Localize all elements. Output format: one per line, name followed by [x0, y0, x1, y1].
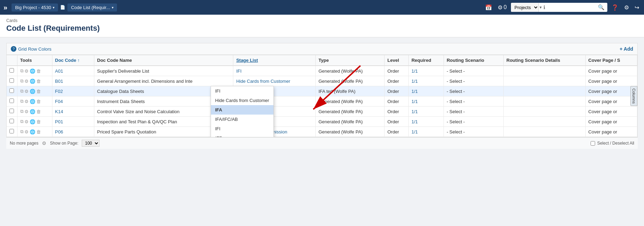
settings-icon[interactable]: ⚙ [24, 109, 29, 114]
dropdown-item-ifi[interactable]: IFI [211, 86, 273, 96]
col-required: Required [409, 55, 444, 66]
settings-icon[interactable]: ⚙ [24, 119, 29, 124]
copy-icon[interactable]: ⧉ [20, 88, 23, 94]
row-routing-scenario[interactable]: - Select - [444, 96, 503, 107]
settings-icon[interactable]: ⚙ [24, 79, 29, 84]
row-checkbox[interactable] [9, 99, 14, 103]
row-type: Generated (Wolfe PA) [315, 127, 384, 137]
row-type: Generated (Wolfe PA) [315, 117, 384, 127]
logout-icon-btn[interactable]: ↪ [633, 3, 641, 12]
stage-list-dropdown[interactable]: IFI Hide Cards from Customer IFA IFA/IFC… [211, 86, 274, 137]
add-button[interactable]: + Add [620, 46, 633, 52]
settings-count-btn[interactable]: ⚙ 0 [496, 3, 508, 12]
row-level: Order [385, 107, 409, 117]
search-input[interactable] [546, 3, 595, 12]
row-routing-scenario[interactable]: - Select - [444, 127, 503, 137]
row-checkbox[interactable] [9, 78, 14, 83]
copy-icon[interactable]: ⧉ [20, 129, 23, 134]
globe-icon[interactable]: 🌐 [30, 129, 35, 134]
table-row: ⧉ ⚙ 🌐 🗑 F02 Catalogue Data Sheets IFA IF… [7, 86, 637, 96]
row-routing-scenario-details [504, 66, 586, 76]
col-stagelist[interactable]: Stage List [233, 55, 316, 66]
trash-icon[interactable]: 🗑 [36, 129, 41, 134]
row-checkbox[interactable] [9, 129, 14, 133]
main-table: Tools Doc Code ↑ Doc Code Name Stage Lis… [7, 55, 637, 137]
nav-document-btn[interactable]: Code List (Requir... ▾ [67, 3, 117, 12]
copy-icon[interactable]: ⧉ [20, 78, 23, 84]
trash-icon[interactable]: 🗑 [36, 79, 41, 84]
settings-icon[interactable]: ⚙ [24, 68, 29, 74]
copy-icon[interactable]: ⧉ [20, 99, 23, 104]
row-routing-scenario[interactable]: - Select - [444, 76, 503, 86]
settings-icon[interactable]: ⚙ [24, 89, 29, 94]
row-stagelist[interactable]: IFI [233, 66, 316, 76]
globe-icon[interactable]: 🌐 [30, 89, 35, 94]
row-doccode: K14 [52, 107, 94, 117]
trash-icon[interactable]: 🗑 [36, 109, 41, 114]
row-checkbox[interactable] [9, 109, 14, 113]
calendar-icon-btn[interactable]: 📅 [484, 3, 493, 12]
top-nav: » Big Project - 4530 ▾ 📄 Code List (Requ… [0, 0, 644, 15]
settings-icon[interactable]: ⚙ [24, 129, 29, 134]
row-cover-page: Cover page or [585, 86, 637, 96]
row-checkbox-cell [7, 127, 17, 137]
settings-count: 0 [504, 4, 507, 10]
globe-icon[interactable]: 🌐 [30, 109, 35, 114]
search-scope-select[interactable]: Projects [511, 3, 539, 12]
info-icon-btn[interactable]: ℹ [542, 5, 546, 10]
row-cover-page: Cover page or [585, 127, 637, 137]
table-row: ⧉ ⚙ 🌐 🗑 A01 Supplier's Deliverable List … [7, 66, 637, 76]
chevron-down-icon-2: ▾ [112, 6, 114, 9]
row-routing-scenario-details [504, 86, 586, 96]
row-tools-cell: ⧉ ⚙ 🌐 🗑 [17, 107, 52, 117]
select-deselect-all-checkbox[interactable] [591, 141, 595, 146]
copy-icon[interactable]: ⧉ [20, 119, 23, 124]
dropdown-item-hide[interactable]: Hide Cards from Customer [211, 96, 273, 105]
columns-button[interactable]: Columns [630, 86, 637, 106]
globe-icon[interactable]: 🌐 [30, 79, 35, 84]
help-icon-btn[interactable]: ❓ [610, 3, 620, 12]
globe-icon[interactable]: 🌐 [30, 68, 35, 74]
col-checkbox [7, 55, 17, 66]
row-checkbox[interactable] [9, 88, 14, 93]
breadcrumb: Cards [6, 18, 638, 23]
page-title: Code List (Requirements) [6, 24, 638, 33]
row-type: Generated (Wolfe PA) [315, 96, 384, 107]
trash-icon[interactable]: 🗑 [36, 89, 41, 94]
row-routing-scenario[interactable]: - Select - [444, 66, 503, 76]
settings-icon-btn[interactable]: ⚙ [623, 3, 630, 12]
trash-icon[interactable]: 🗑 [36, 119, 41, 124]
row-routing-scenario[interactable]: - Select - [444, 86, 503, 96]
row-checkbox[interactable] [9, 119, 14, 123]
nav-breadcrumb: Big Project - 4530 ▾ 📄 Code List (Requir… [12, 3, 117, 12]
nav-project-btn[interactable]: Big Project - 4530 ▾ [12, 3, 58, 12]
dropdown-item-ifa-ifc-ab[interactable]: IFA/IFC/AB [211, 115, 273, 124]
globe-icon[interactable]: 🌐 [30, 119, 35, 124]
dropdown-item-ifa[interactable]: IFA [211, 105, 273, 115]
show-on-page-select[interactable]: 100 50 25 [82, 140, 100, 147]
trash-icon[interactable]: 🗑 [36, 99, 41, 104]
row-level: Order [385, 127, 409, 137]
tool-icons: ⧉ ⚙ 🌐 🗑 [20, 129, 49, 134]
grid-row-colors-btn[interactable]: ? Grid Row Colors [11, 46, 51, 52]
row-routing-scenario[interactable]: - Select - [444, 107, 503, 117]
gear-icon: ⚙ [498, 4, 503, 11]
row-level: Order [385, 96, 409, 107]
dropdown-item-ifi2[interactable]: IFI [211, 124, 273, 133]
chevron-down-icon: ▾ [53, 6, 54, 9]
row-stagelist[interactable]: Hide Cards from Customer [233, 76, 316, 86]
globe-icon[interactable]: 🌐 [30, 99, 35, 104]
no-more-pages-label: No more pages [10, 141, 38, 146]
col-doccode[interactable]: Doc Code ↑ [52, 55, 94, 66]
col-type: Type [315, 55, 384, 66]
copy-icon[interactable]: ⧉ [20, 109, 23, 114]
row-checkbox[interactable] [9, 68, 14, 73]
dropdown-item-ifr[interactable]: IFR [211, 133, 273, 137]
row-routing-scenario[interactable]: - Select - [444, 117, 503, 127]
row-tools-cell: ⧉ ⚙ 🌐 🗑 [17, 96, 52, 107]
search-button[interactable]: 🔍 [595, 3, 607, 12]
settings-icon[interactable]: ⚙ [24, 99, 29, 104]
trash-icon[interactable]: 🗑 [36, 68, 41, 74]
page-header: Cards Code List (Requirements) [0, 15, 644, 37]
copy-icon[interactable]: ⧉ [20, 68, 23, 74]
